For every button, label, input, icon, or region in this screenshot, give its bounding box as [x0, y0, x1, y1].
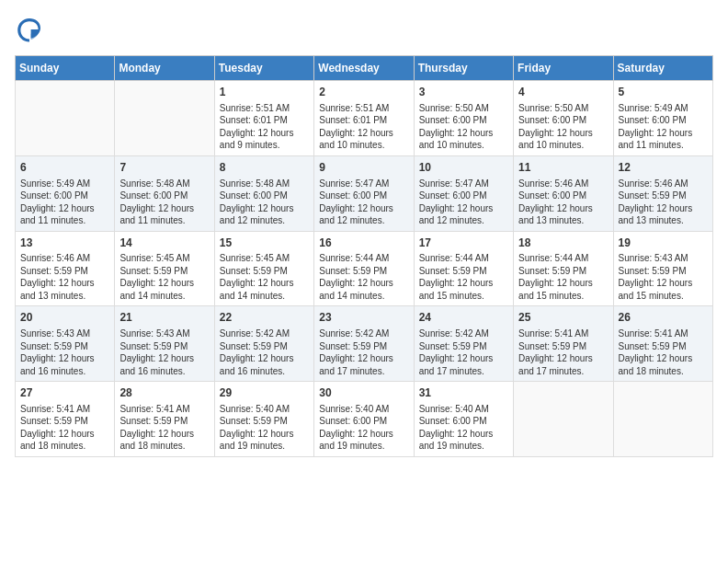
calendar-cell: 17Sunrise: 5:44 AM Sunset: 5:59 PM Dayli… — [414, 231, 513, 306]
day-info: Sunrise: 5:42 AM Sunset: 5:59 PM Dayligh… — [319, 327, 408, 377]
calendar-cell: 30Sunrise: 5:40 AM Sunset: 6:00 PM Dayli… — [314, 382, 414, 457]
weekday-header-tuesday: Tuesday — [214, 56, 313, 81]
day-number: 31 — [419, 385, 508, 401]
calendar-cell — [514, 382, 613, 457]
day-number: 25 — [518, 310, 608, 326]
day-info: Sunrise: 5:48 AM Sunset: 6:00 PM Dayligh… — [220, 178, 309, 227]
day-number: 6 — [20, 160, 109, 176]
day-number: 28 — [119, 385, 209, 401]
calendar-cell: 22Sunrise: 5:42 AM Sunset: 5:59 PM Dayli… — [214, 306, 313, 382]
calendar-cell: 11Sunrise: 5:46 AM Sunset: 6:00 PM Dayli… — [514, 155, 613, 231]
day-number: 1 — [220, 85, 309, 100]
day-info: Sunrise: 5:41 AM Sunset: 5:59 PM Dayligh… — [20, 403, 109, 453]
calendar-cell: 29Sunrise: 5:40 AM Sunset: 5:59 PM Dayli… — [214, 382, 313, 457]
day-number: 9 — [319, 160, 408, 176]
calendar-cell: 10Sunrise: 5:47 AM Sunset: 6:00 PM Dayli… — [414, 155, 513, 231]
day-info: Sunrise: 5:46 AM Sunset: 6:00 PM Dayligh… — [518, 178, 608, 227]
calendar-cell: 23Sunrise: 5:42 AM Sunset: 5:59 PM Dayli… — [314, 306, 414, 382]
day-number: 14 — [119, 236, 209, 251]
day-number: 20 — [20, 310, 109, 326]
day-number: 22 — [220, 310, 309, 326]
day-number: 21 — [119, 310, 209, 326]
day-info: Sunrise: 5:44 AM Sunset: 5:59 PM Dayligh… — [319, 252, 408, 302]
day-number: 10 — [419, 160, 508, 176]
day-info: Sunrise: 5:43 AM Sunset: 5:59 PM Dayligh… — [119, 327, 209, 377]
day-info: Sunrise: 5:40 AM Sunset: 6:00 PM Dayligh… — [319, 403, 408, 453]
day-info: Sunrise: 5:44 AM Sunset: 5:59 PM Dayligh… — [419, 252, 508, 302]
day-info: Sunrise: 5:41 AM Sunset: 5:59 PM Dayligh… — [119, 403, 209, 453]
weekday-header-monday: Monday — [115, 56, 214, 81]
calendar-cell — [16, 81, 115, 156]
day-info: Sunrise: 5:51 AM Sunset: 6:01 PM Dayligh… — [319, 102, 408, 152]
calendar-cell: 8Sunrise: 5:48 AM Sunset: 6:00 PM Daylig… — [214, 155, 313, 231]
weekday-header-sunday: Sunday — [16, 56, 115, 81]
day-number: 27 — [20, 385, 109, 401]
day-number: 8 — [220, 160, 309, 176]
calendar-cell: 20Sunrise: 5:43 AM Sunset: 5:59 PM Dayli… — [16, 306, 115, 382]
day-number: 13 — [20, 236, 109, 251]
day-number: 30 — [319, 385, 408, 401]
calendar-cell: 24Sunrise: 5:42 AM Sunset: 5:59 PM Dayli… — [414, 306, 513, 382]
calendar-cell: 19Sunrise: 5:43 AM Sunset: 5:59 PM Dayli… — [613, 231, 712, 306]
day-number: 19 — [619, 236, 708, 251]
day-info: Sunrise: 5:43 AM Sunset: 5:59 PM Dayligh… — [20, 327, 109, 377]
day-info: Sunrise: 5:46 AM Sunset: 5:59 PM Dayligh… — [20, 252, 109, 302]
calendar-cell: 28Sunrise: 5:41 AM Sunset: 5:59 PM Dayli… — [115, 382, 214, 457]
day-number: 18 — [518, 236, 608, 251]
calendar-cell: 15Sunrise: 5:45 AM Sunset: 5:59 PM Dayli… — [214, 231, 313, 306]
calendar-table: SundayMondayTuesdayWednesdayThursdayFrid… — [15, 55, 713, 457]
calendar-cell: 3Sunrise: 5:50 AM Sunset: 6:00 PM Daylig… — [414, 81, 513, 156]
weekday-header-saturday: Saturday — [613, 56, 712, 81]
calendar-cell: 9Sunrise: 5:47 AM Sunset: 6:00 PM Daylig… — [314, 155, 414, 231]
day-number: 29 — [220, 385, 309, 401]
day-number: 24 — [419, 310, 508, 326]
day-info: Sunrise: 5:46 AM Sunset: 5:59 PM Dayligh… — [619, 178, 708, 227]
day-info: Sunrise: 5:40 AM Sunset: 6:00 PM Dayligh… — [419, 403, 508, 453]
page-header — [15, 15, 713, 44]
calendar-cell: 13Sunrise: 5:46 AM Sunset: 5:59 PM Dayli… — [16, 231, 115, 306]
day-info: Sunrise: 5:45 AM Sunset: 5:59 PM Dayligh… — [119, 252, 209, 302]
day-info: Sunrise: 5:44 AM Sunset: 5:59 PM Dayligh… — [518, 252, 608, 302]
weekday-header-wednesday: Wednesday — [314, 56, 414, 81]
logo — [15, 15, 48, 44]
day-info: Sunrise: 5:43 AM Sunset: 5:59 PM Dayligh… — [619, 252, 708, 302]
day-info: Sunrise: 5:45 AM Sunset: 5:59 PM Dayligh… — [220, 252, 309, 302]
calendar-cell: 7Sunrise: 5:48 AM Sunset: 6:00 PM Daylig… — [115, 155, 214, 231]
calendar-cell: 25Sunrise: 5:41 AM Sunset: 5:59 PM Dayli… — [514, 306, 613, 382]
calendar-cell: 4Sunrise: 5:50 AM Sunset: 6:00 PM Daylig… — [514, 81, 613, 156]
day-number: 7 — [119, 160, 209, 176]
day-info: Sunrise: 5:49 AM Sunset: 6:00 PM Dayligh… — [619, 102, 708, 152]
calendar-cell — [613, 382, 712, 457]
calendar-cell: 16Sunrise: 5:44 AM Sunset: 5:59 PM Dayli… — [314, 231, 414, 306]
day-info: Sunrise: 5:40 AM Sunset: 5:59 PM Dayligh… — [220, 403, 309, 453]
calendar-cell: 26Sunrise: 5:41 AM Sunset: 5:59 PM Dayli… — [613, 306, 712, 382]
day-info: Sunrise: 5:42 AM Sunset: 5:59 PM Dayligh… — [419, 327, 508, 377]
day-number: 16 — [319, 236, 408, 251]
day-info: Sunrise: 5:50 AM Sunset: 6:00 PM Dayligh… — [419, 102, 508, 152]
day-info: Sunrise: 5:41 AM Sunset: 5:59 PM Dayligh… — [619, 327, 708, 377]
day-info: Sunrise: 5:47 AM Sunset: 6:00 PM Dayligh… — [319, 178, 408, 227]
day-number: 2 — [319, 85, 408, 100]
calendar-cell: 27Sunrise: 5:41 AM Sunset: 5:59 PM Dayli… — [16, 382, 115, 457]
day-info: Sunrise: 5:50 AM Sunset: 6:00 PM Dayligh… — [518, 102, 608, 152]
day-number: 12 — [619, 160, 708, 176]
calendar-cell: 14Sunrise: 5:45 AM Sunset: 5:59 PM Dayli… — [115, 231, 214, 306]
calendar-cell: 21Sunrise: 5:43 AM Sunset: 5:59 PM Dayli… — [115, 306, 214, 382]
calendar-cell: 6Sunrise: 5:49 AM Sunset: 6:00 PM Daylig… — [16, 155, 115, 231]
calendar-cell: 1Sunrise: 5:51 AM Sunset: 6:01 PM Daylig… — [214, 81, 313, 156]
calendar-cell: 12Sunrise: 5:46 AM Sunset: 5:59 PM Dayli… — [613, 155, 712, 231]
day-number: 17 — [419, 236, 508, 251]
day-number: 26 — [619, 310, 708, 326]
day-info: Sunrise: 5:41 AM Sunset: 5:59 PM Dayligh… — [518, 327, 608, 377]
weekday-header-friday: Friday — [514, 56, 613, 81]
calendar-cell: 2Sunrise: 5:51 AM Sunset: 6:01 PM Daylig… — [314, 81, 414, 156]
calendar-cell: 31Sunrise: 5:40 AM Sunset: 6:00 PM Dayli… — [414, 382, 513, 457]
day-info: Sunrise: 5:51 AM Sunset: 6:01 PM Dayligh… — [220, 102, 309, 152]
calendar-cell — [115, 81, 214, 156]
day-number: 15 — [220, 236, 309, 251]
day-number: 5 — [619, 85, 708, 100]
weekday-header-thursday: Thursday — [414, 56, 513, 81]
day-number: 4 — [518, 85, 608, 100]
day-info: Sunrise: 5:47 AM Sunset: 6:00 PM Dayligh… — [419, 178, 508, 227]
day-info: Sunrise: 5:48 AM Sunset: 6:00 PM Dayligh… — [119, 178, 209, 227]
